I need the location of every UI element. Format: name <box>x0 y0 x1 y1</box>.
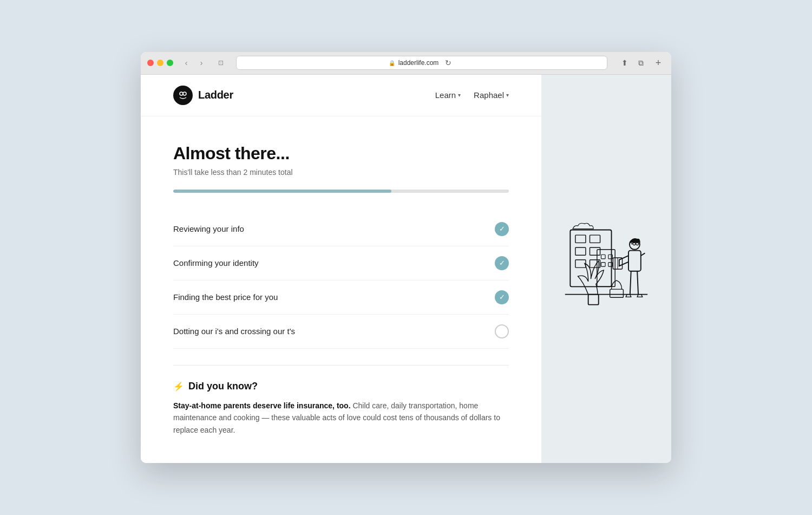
sidebar-toggle-button[interactable]: ⊡ <box>214 56 227 69</box>
header-nav: Learn ▾ Raphael ▾ <box>435 90 509 100</box>
minimize-dot[interactable] <box>157 60 163 66</box>
logo-area: Ladder <box>173 86 233 105</box>
reload-button[interactable]: ↻ <box>442 56 455 69</box>
svg-rect-10 <box>601 255 605 259</box>
svg-point-18 <box>636 243 639 245</box>
step-label-4: Dotting our i's and crossing our t's <box>173 327 295 336</box>
svg-rect-12 <box>601 263 605 267</box>
svg-rect-7 <box>575 260 586 268</box>
svg-rect-4 <box>590 236 600 243</box>
dyk-title: Did you know? <box>188 381 258 392</box>
svg-point-0 <box>180 92 183 95</box>
step-check-1: ✓ <box>495 222 509 236</box>
steps-list: Reviewing your info ✓ Confirming your id… <box>173 212 509 349</box>
new-tab-button[interactable]: + <box>652 56 665 69</box>
learn-chevron-icon: ▾ <box>458 92 461 98</box>
section-divider <box>173 365 509 366</box>
user-chevron-icon: ▾ <box>506 92 509 98</box>
svg-point-17 <box>633 243 636 245</box>
step-label-2: Confirming your identity <box>173 258 259 268</box>
svg-line-21 <box>630 271 631 295</box>
svg-line-22 <box>637 271 638 295</box>
user-nav-item[interactable]: Raphael ▾ <box>474 90 509 100</box>
lock-icon: 🔒 <box>389 60 395 66</box>
browser-nav: ‹ › <box>180 56 208 69</box>
svg-rect-25 <box>588 295 599 305</box>
dyk-body-text: Stay-at-home parents deserve life insura… <box>173 400 509 436</box>
dyk-bold-text: Stay-at-home parents deserve life insura… <box>173 401 351 410</box>
illustration <box>558 214 655 323</box>
address-bar[interactable]: 🔒 ladderlife.com ↻ <box>236 56 607 70</box>
step-label-3: Finding the best price for you <box>173 292 278 302</box>
step-item-2: Confirming your identity ✓ <box>173 246 509 281</box>
page-heading: Almost there... <box>173 144 509 164</box>
svg-rect-3 <box>575 236 586 243</box>
svg-point-1 <box>183 92 186 95</box>
logo-text: Ladder <box>198 89 233 101</box>
progress-bar-container <box>173 190 509 193</box>
share-button[interactable]: ⬆ <box>618 56 631 69</box>
svg-rect-20 <box>628 251 641 271</box>
maximize-dot[interactable] <box>167 60 173 66</box>
step-item-1: Reviewing your info ✓ <box>173 212 509 246</box>
svg-rect-6 <box>590 247 600 255</box>
browser-actions: ⬆ ⧉ <box>618 56 647 69</box>
step-item-3: Finding the best price for you ✓ <box>173 281 509 315</box>
page-layout: Ladder Learn ▾ Raphael ▾ Almost there...… <box>141 75 671 463</box>
browser-window: ‹ › ⊡ 🔒 ladderlife.com ↻ ⬆ ⧉ + <box>141 52 671 463</box>
url-text: ladderlife.com <box>398 59 439 67</box>
forward-button[interactable]: › <box>195 56 208 69</box>
step-check-3: ✓ <box>495 290 509 304</box>
right-sidebar <box>541 75 671 463</box>
logo-icon <box>173 86 193 105</box>
step-pending-4 <box>495 324 509 338</box>
browser-toolbar: ‹ › ⊡ 🔒 ladderlife.com ↻ ⬆ ⧉ + <box>141 52 671 75</box>
step-label-1: Reviewing your info <box>173 224 244 233</box>
close-dot[interactable] <box>147 60 154 66</box>
duplicate-button[interactable]: ⧉ <box>634 56 647 69</box>
user-label: Raphael <box>474 90 504 100</box>
progress-bar-fill <box>173 190 391 193</box>
main-content: Ladder Learn ▾ Raphael ▾ Almost there...… <box>141 75 541 463</box>
browser-dots <box>147 60 173 66</box>
step-item-4: Dotting our i's and crossing our t's <box>173 315 509 349</box>
did-you-know-section: ⚡ Did you know? Stay-at-home parents des… <box>173 381 509 436</box>
svg-rect-26 <box>610 290 624 298</box>
content-body: Almost there... This'll take less than 2… <box>141 116 541 463</box>
back-button[interactable]: ‹ <box>180 56 193 69</box>
page-subtext: This'll take less than 2 minutes total <box>173 168 509 177</box>
step-check-2: ✓ <box>495 256 509 270</box>
site-header: Ladder Learn ▾ Raphael ▾ <box>141 75 541 116</box>
learn-nav-item[interactable]: Learn ▾ <box>435 90 461 100</box>
learn-label: Learn <box>435 90 456 100</box>
lightning-icon: ⚡ <box>173 381 184 392</box>
dyk-header: ⚡ Did you know? <box>173 381 509 392</box>
svg-rect-5 <box>575 247 586 255</box>
